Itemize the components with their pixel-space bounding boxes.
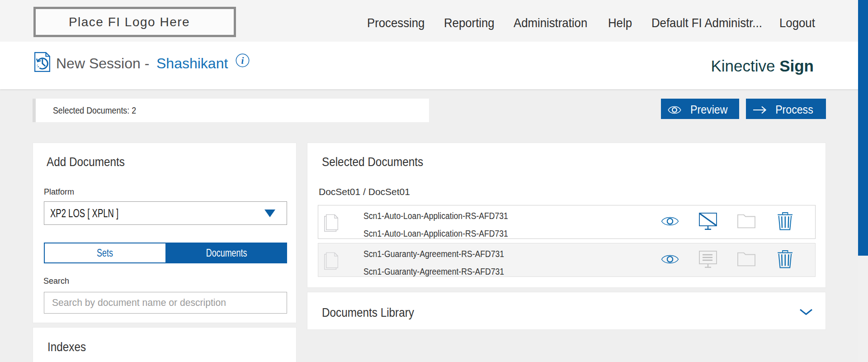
svg-text:i: i — [241, 55, 244, 66]
